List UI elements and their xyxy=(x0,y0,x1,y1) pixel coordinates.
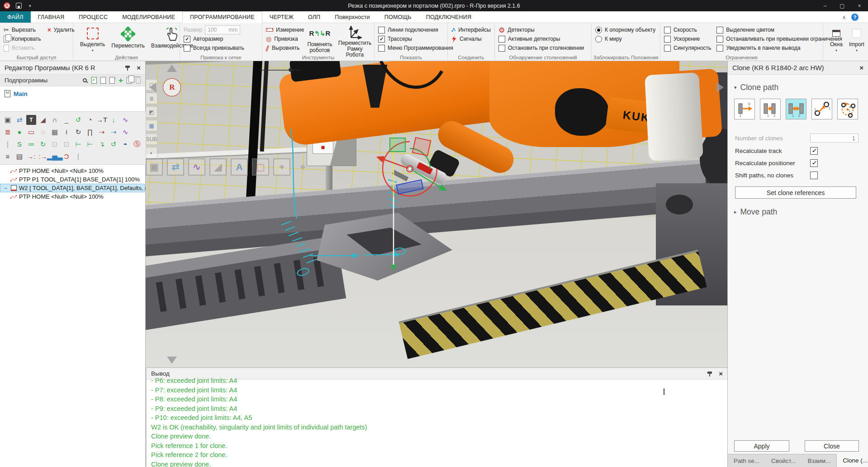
program-toolbar-icon[interactable]: ◌ xyxy=(38,127,48,137)
viewport-side-icon[interactable]: SUB xyxy=(146,133,157,145)
dpad-right-icon[interactable] xyxy=(716,82,724,92)
program-toolbar-icon[interactable]: →: xyxy=(26,152,36,162)
maximize-button[interactable]: ▢ xyxy=(834,0,851,11)
output-pin-icon[interactable] xyxy=(707,371,712,377)
move-robot-frame-button[interactable]: Переместить Рамку Робота xyxy=(336,25,375,54)
program-toolbar-icon[interactable]: ⇢ xyxy=(109,127,119,137)
program-toolbar-icon[interactable]: ⊢ xyxy=(73,139,83,149)
panel-tab[interactable]: Path se... xyxy=(728,454,765,467)
program-toolbar-icon[interactable]: ⊢ xyxy=(85,139,95,149)
panel-tab[interactable]: Clone (... xyxy=(836,454,868,467)
singularity-checkbox[interactable]: Сингулярность xyxy=(664,43,711,52)
grid-size-input[interactable]: 100mm xyxy=(205,25,240,34)
program-toolbar-icon[interactable]: ▭ xyxy=(26,127,36,137)
program-toolbar-icon[interactable]: ▂▅▃ xyxy=(50,152,60,162)
acceleration-checkbox[interactable]: Ускорение xyxy=(664,34,711,43)
clone-mode-ref1to2-button[interactable]: 12 xyxy=(760,99,781,119)
save-icon[interactable] xyxy=(16,3,22,9)
viewport-tool-icon[interactable]: ⇄ xyxy=(167,158,184,176)
output-close-icon[interactable]: × xyxy=(719,370,723,377)
select-button[interactable]: Выделить ▾ xyxy=(77,25,108,54)
align-button[interactable]: ∥Выровнять xyxy=(266,43,304,52)
program-toolbar-icon[interactable]: :→ xyxy=(38,152,48,162)
clone-panel-close-icon[interactable]: × xyxy=(859,64,863,71)
panel-tab[interactable]: Свойст... xyxy=(765,454,802,467)
program-toolbar-icon[interactable]: ↺ xyxy=(73,115,83,125)
program-toolbar-icon[interactable]: ⇢ xyxy=(97,127,107,137)
signals-button[interactable]: Сигналы xyxy=(451,34,491,43)
clone-mode-linear-button[interactable]: D1 xyxy=(734,99,755,119)
menu-tab[interactable]: ПРОГРАММИРОВАНИЕ xyxy=(182,11,262,23)
copy-button[interactable]: Копировать xyxy=(4,34,41,43)
windows-button[interactable]: Окна ▾ xyxy=(827,25,846,54)
menu-tab[interactable]: ОЛП xyxy=(301,11,327,23)
program-line[interactable]: − W2 [ TOOL_DATA[1], BASE_DATA[1], Defau… xyxy=(0,184,145,192)
measure-button[interactable]: Измерение xyxy=(266,25,304,34)
program-toolbar-icon[interactable]: ∣ xyxy=(73,152,83,162)
dpad-up-icon[interactable] xyxy=(167,65,177,72)
program-toolbar-icon[interactable]: ◢ xyxy=(38,115,48,125)
menu-tab[interactable]: ПОДКЛЮЧЕНИЯ xyxy=(419,11,479,23)
viewport-side-icon[interactable]: ◐ xyxy=(146,147,157,158)
clone-mode-circular-button[interactable]: a1 xyxy=(837,99,858,119)
swap-robots-button[interactable]: R↰↳R Поменять роботов xyxy=(304,25,335,54)
program-toolbar-icon[interactable]: ↺ xyxy=(109,139,119,149)
number-of-clones-input[interactable] xyxy=(810,133,859,143)
trash-icon[interactable] xyxy=(136,78,141,84)
program-toolbar-icon[interactable]: ∿ xyxy=(120,127,130,137)
program-toolbar-icon[interactable]: ◓ xyxy=(120,139,130,149)
duplicate-program-icon[interactable] xyxy=(127,77,132,84)
viewport-tool-icon[interactable]: ▢ xyxy=(252,158,269,176)
detectors-button[interactable]: ⚙Детекторы xyxy=(498,25,588,34)
program-toolbar-icon[interactable]: S xyxy=(14,139,24,149)
clone-mode-between-button[interactable]: 12 xyxy=(786,99,806,119)
panel-close-icon[interactable]: × xyxy=(137,64,141,71)
program-toolbar-icon[interactable]: ≔ xyxy=(26,139,36,149)
recalculate-track-checkbox[interactable]: ✓ xyxy=(810,147,818,155)
snap-button[interactable]: ◎Привязка xyxy=(266,34,304,43)
program-toolbar-icon[interactable]: ∏ xyxy=(85,127,95,137)
tracers-checkbox[interactable]: ✓Трассеры xyxy=(378,34,444,43)
program-toolbar-icon[interactable]: ↴ xyxy=(97,139,107,149)
program-toolbar-icon[interactable]: ≣ xyxy=(3,127,13,137)
viewport-3d[interactable]: KUKA xyxy=(146,61,727,367)
menu-tab[interactable]: МОДЕЛИРОВАНИЕ xyxy=(115,11,182,23)
active-detectors-checkbox[interactable]: Активные детекторы xyxy=(498,34,588,43)
collapse-ribbon-icon[interactable]: ∧ xyxy=(842,14,846,20)
viewport-tool-icon[interactable]: ◢ xyxy=(209,158,227,176)
program-toolbar-icon[interactable]: ◔ xyxy=(85,115,95,125)
output-log[interactable]: - P6: exceeded joint limits: A4- P7: exc… xyxy=(147,376,727,467)
recalculate-positioner-checkbox[interactable]: ✓ xyxy=(810,159,818,167)
viewport-tool-icon[interactable]: ⌖ xyxy=(294,158,312,176)
connection-lines-checkbox[interactable]: Линии подключения xyxy=(378,25,444,34)
program-line[interactable]: − PTP P1 TOOL_DATA[1] BASE_DATA[1] 100% xyxy=(0,175,146,184)
viewport-side-icon[interactable]: ▦ xyxy=(146,120,157,131)
always-snap-checkbox[interactable]: Всегда привязывать xyxy=(184,43,258,52)
interfaces-button[interactable]: Интерфейсы xyxy=(451,25,491,34)
apply-button[interactable]: Apply xyxy=(734,440,789,452)
dpad-down-icon[interactable] xyxy=(167,357,177,364)
shift-paths-checkbox[interactable] xyxy=(810,172,818,179)
menu-tab[interactable]: ГЛАВНАЯ xyxy=(31,11,72,23)
panel-tab[interactable]: Взаим... xyxy=(802,454,837,467)
lock-to-world-radio[interactable]: К миру xyxy=(595,34,656,43)
minimize-button[interactable]: – xyxy=(816,0,834,11)
program-toolbar-icon[interactable]: ● xyxy=(14,127,24,137)
stop-on-collision-checkbox[interactable]: Остановить при столкновении xyxy=(498,43,588,52)
pin-icon[interactable] xyxy=(125,65,130,71)
autosize-checkbox[interactable]: ✓Авторазмер xyxy=(184,34,258,43)
program-toolbar-icon[interactable]: Ɔ xyxy=(62,152,71,162)
search-icon[interactable] xyxy=(83,78,87,82)
program-toolbar-icon[interactable]: _ xyxy=(62,115,71,125)
dpad-left-icon[interactable] xyxy=(149,82,157,92)
program-toolbar-icon[interactable]: ↻ xyxy=(73,127,83,137)
program-toolbar-icon[interactable]: ⊡ xyxy=(50,139,60,149)
menu-tab[interactable]: ФАЙЛ xyxy=(0,11,31,23)
clone-path-section-header[interactable]: ▾ Clone path xyxy=(728,83,785,92)
viewport-side-icon[interactable]: ◩ xyxy=(146,106,157,118)
paste-button[interactable]: Вставить xyxy=(4,43,41,52)
program-toolbar-icon[interactable]: ≀ xyxy=(62,127,71,137)
delete-button[interactable]: ×Удалить xyxy=(47,25,75,34)
program-toolbar-icon[interactable]: ∿ xyxy=(120,115,130,125)
expander-icon[interactable]: − xyxy=(4,185,9,191)
